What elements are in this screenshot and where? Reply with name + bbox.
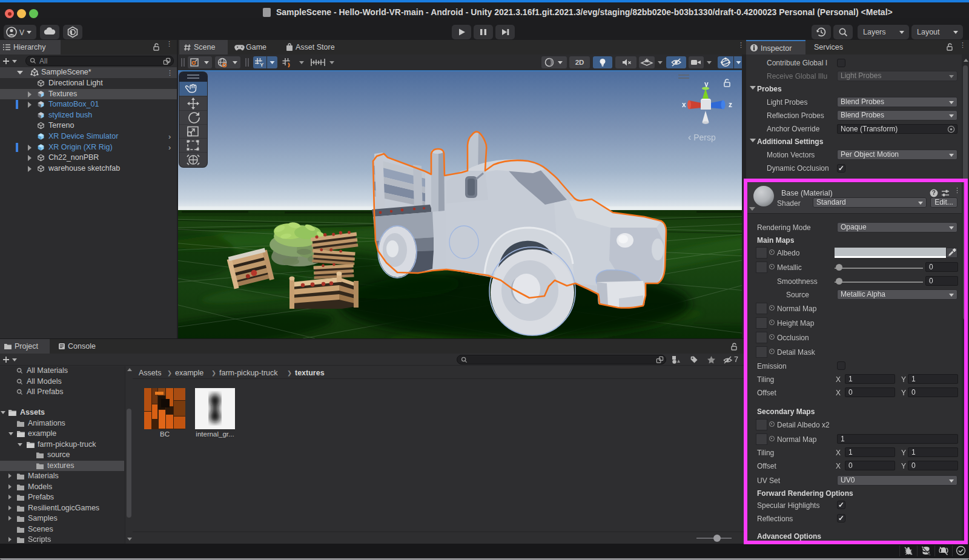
svg-text:Y: Y (260, 61, 264, 68)
svg-text:V: V (19, 28, 24, 37)
svg-text:z: z (729, 100, 732, 109)
svg-text:x: x (682, 100, 686, 109)
